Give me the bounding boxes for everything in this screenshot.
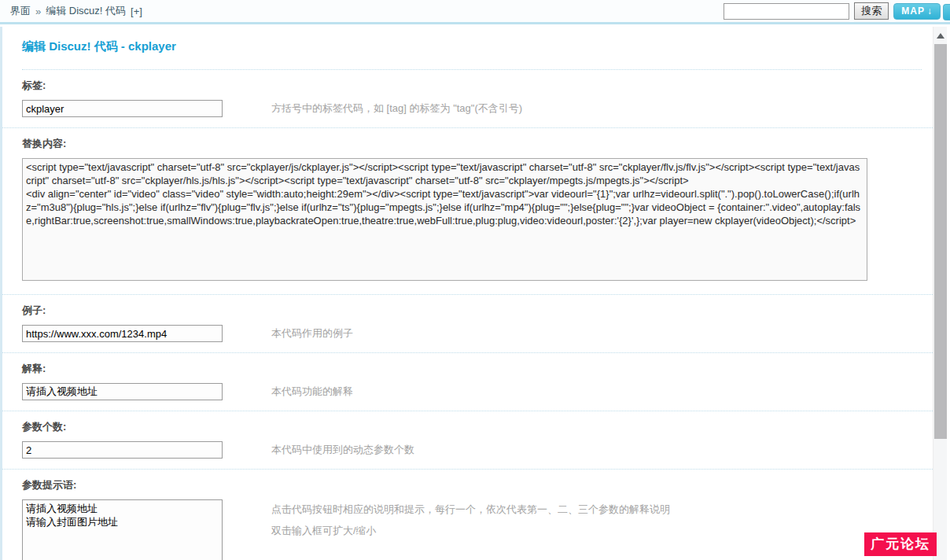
example-input[interactable]: [22, 325, 223, 342]
scrollbar-thumb[interactable]: [934, 44, 947, 439]
site-watermark-badge: 广元论坛: [864, 532, 937, 556]
param-prompts-textarea[interactable]: [22, 499, 223, 560]
tag-hint: 方括号中的标签代码，如 [tag] 的标签为 "tag"(不含引号): [271, 101, 522, 116]
example-hint: 本代码作用的例子: [271, 326, 353, 341]
param-prompts-hint-line2: 双击输入框可扩大/缩小: [271, 524, 670, 538]
breadcrumb-section[interactable]: 界面: [10, 4, 31, 18]
param-prompts-hint-line1: 点击代码按钮时相应的说明和提示，每行一个，依次代表第一、二、三个参数的解释说明: [271, 503, 670, 517]
map-button[interactable]: MAP↓: [893, 3, 941, 20]
param-count-label: 参数个数:: [22, 420, 922, 434]
section-explanation: 解释: 本代码功能的解释: [2, 353, 933, 411]
section-param-prompts: 参数提示语: 点击代码按钮时相应的说明和提示，每行一个，依次代表第一、二、三个参…: [2, 470, 933, 560]
breadcrumb-separator: »: [35, 6, 41, 17]
explanation-label: 解释:: [22, 362, 922, 376]
param-prompts-hint: 点击代码按钮时相应的说明和提示，每行一个，依次代表第一、二、三个参数的解释说明 …: [271, 499, 670, 538]
explanation-hint: 本代码功能的解释: [271, 385, 353, 399]
tag-label: 标签:: [22, 79, 922, 93]
scroll-up-arrow-icon[interactable]: [937, 33, 944, 39]
main-content: 编辑 Discuz! 代码 - ckplayer 标签: 方括号中的标签代码，如…: [0, 27, 933, 560]
breadcrumb-add-link[interactable]: [+]: [131, 6, 142, 17]
page-title: 编辑 Discuz! 代码 - ckplayer: [22, 39, 933, 54]
tag-input[interactable]: [22, 100, 223, 117]
section-example: 例子: 本代码作用的例子: [2, 295, 933, 353]
partial-button-right-edge[interactable]: [943, 4, 950, 20]
section-replacement: 替换内容:: [2, 128, 933, 295]
explanation-input[interactable]: [22, 383, 223, 400]
param-count-input[interactable]: [22, 441, 223, 459]
map-button-label: MAP: [901, 6, 925, 17]
example-label: 例子:: [22, 304, 922, 318]
section-tag: 标签: 方括号中的标签代码，如 [tag] 的标签为 "tag"(不含引号): [2, 70, 933, 128]
search-button[interactable]: 搜索: [854, 2, 889, 20]
topbar-right: 搜索 MAP↓: [724, 2, 941, 20]
topbar: 界面 » 编辑 Discuz! 代码 [+] 搜索 MAP↓: [0, 0, 950, 24]
breadcrumb: 界面 » 编辑 Discuz! 代码 [+]: [10, 4, 142, 18]
vertical-scrollbar[interactable]: [933, 27, 947, 560]
section-param-count: 参数个数: 本代码中使用到的动态参数个数: [2, 411, 933, 470]
param-prompts-label: 参数提示语:: [22, 478, 922, 492]
param-count-hint: 本代码中使用到的动态参数个数: [271, 443, 414, 457]
chevron-down-icon: ↓: [927, 6, 933, 17]
replacement-label: 替换内容:: [22, 137, 922, 151]
search-input[interactable]: [724, 3, 849, 20]
replacement-textarea[interactable]: [22, 158, 867, 281]
breadcrumb-current: 编辑 Discuz! 代码: [46, 4, 126, 18]
